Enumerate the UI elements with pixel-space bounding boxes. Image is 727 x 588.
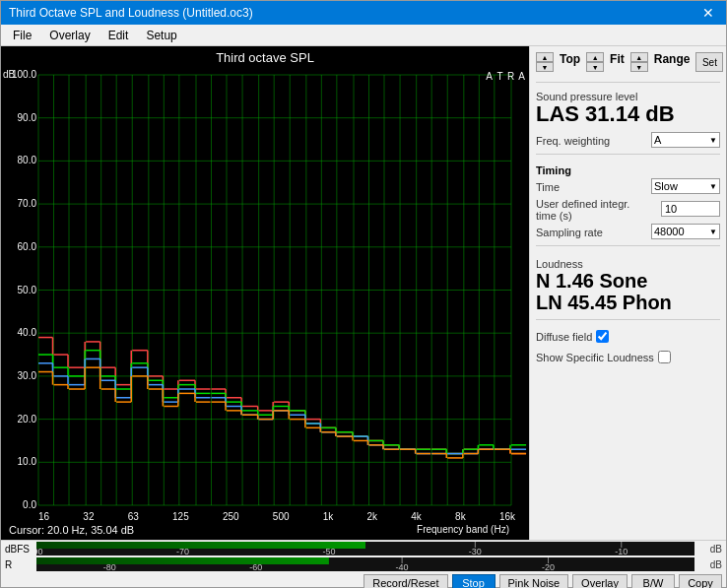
cursor-info: Cursor: 20.0 Hz, 35.04 dB [5, 522, 138, 538]
freq-weighting-combo[interactable]: A ▼ [651, 132, 720, 148]
window-title: Third Octave SPL and Loudness (Untitled.… [9, 6, 253, 20]
meter-row-r: R dB [1, 556, 726, 572]
right-panel: ▲ ▼ Top ▲ ▼ Fit ▲ ▼ Range Set Sound [529, 46, 726, 540]
range-down-btn[interactable]: ▼ [630, 62, 648, 72]
spl-section: Sound pressure level LAS 31.14 dB [536, 89, 720, 126]
meter-r-container [36, 557, 694, 571]
fit-label: Fit [610, 52, 625, 72]
set-button[interactable]: Set [695, 52, 723, 72]
meter-l-canvas [36, 542, 694, 555]
record-reset-button[interactable]: Record/Reset [364, 574, 447, 588]
menu-edit[interactable]: Edit [100, 27, 137, 44]
title-bar: Third Octave SPL and Loudness (Untitled.… [1, 1, 726, 25]
timing-title: Timing [536, 164, 720, 176]
user-defined-row: User defined integr. time (s) [536, 196, 720, 222]
separator-2 [536, 154, 720, 155]
user-defined-label: User defined integr. time (s) [536, 198, 634, 222]
meter-r-label: R [5, 559, 33, 570]
chart-wrapper: dB ARTA [1, 67, 529, 511]
diffuse-field-checkbox[interactable] [596, 330, 609, 343]
separator-1 [536, 82, 720, 83]
meter-dbfs-container [36, 542, 694, 555]
main-content: Third octave SPL dB ARTA 16 32 63 125 25… [1, 46, 726, 540]
meter-dbfs-end: dB [698, 544, 722, 555]
show-specific-checkbox[interactable] [658, 351, 671, 363]
meter-r-end: dB [698, 559, 722, 570]
user-defined-input[interactable] [661, 201, 720, 217]
freq-weighting-value: A [654, 134, 661, 146]
meter-r-canvas [36, 557, 694, 571]
separator-4 [536, 319, 720, 320]
separator-3 [536, 245, 720, 246]
menu-overlay[interactable]: Overlay [41, 27, 98, 44]
y-axis-label: dB [3, 69, 15, 80]
x-axis-area: 16 32 63 125 250 500 1k 2k 4k 8k 16k Cur… [1, 511, 529, 540]
range-spin-group: ▲ ▼ [630, 52, 648, 72]
loudness-label: Loudness [536, 258, 720, 270]
main-window: Third Octave SPL and Loudness (Untitled.… [0, 0, 727, 588]
button-row: Record/Reset Stop Pink Noise Overlay B/W… [1, 572, 726, 588]
arta-label: ARTA [484, 71, 527, 84]
timing-section: Timing Time Slow ▼ User defined integr. … [536, 161, 720, 239]
freq-weighting-row: Freq. weighting A ▼ [536, 132, 720, 148]
sampling-rate-row: Sampling rate 48000 ▼ [536, 224, 720, 239]
sampling-rate-arrow: ▼ [709, 228, 717, 236]
sampling-rate-label: Sampling rate [536, 227, 603, 238]
time-row: Time Slow ▼ [536, 178, 720, 194]
fit-down-btn[interactable]: ▼ [586, 62, 604, 72]
range-label: Range [654, 52, 691, 72]
chart-title: Third octave SPL [1, 46, 529, 67]
menu-setup[interactable]: Setup [138, 27, 184, 44]
time-label: Time [536, 181, 560, 193]
overlay-button[interactable]: Overlay [572, 574, 628, 588]
spl-value: LAS 31.14 dB [536, 102, 720, 126]
top-up-btn[interactable]: ▲ [536, 52, 554, 62]
meter-dbfs-label: dBFS [5, 544, 33, 555]
x-ticks: 16 32 63 125 250 500 1k 2k 4k 8k 16k [1, 511, 529, 522]
bw-button[interactable]: B/W [631, 574, 675, 588]
top-controls: ▲ ▼ Top ▲ ▼ Fit ▲ ▼ Range Set [536, 52, 720, 72]
time-combo[interactable]: Slow ▼ [651, 178, 720, 194]
copy-button[interactable]: Copy [679, 574, 722, 588]
freq-weighting-label: Freq. weighting [536, 135, 610, 147]
x-axis-label: Frequency band (Hz) [417, 524, 525, 537]
chart-area: Third octave SPL dB ARTA 16 32 63 125 25… [1, 46, 529, 540]
time-value: Slow [654, 180, 678, 192]
pink-noise-button[interactable]: Pink Noise [499, 574, 569, 588]
range-up-btn[interactable]: ▲ [630, 52, 648, 62]
fit-up-btn[interactable]: ▲ [586, 52, 604, 62]
diffuse-field-label: Diffuse field [536, 331, 592, 343]
top-spin-group: ▲ ▼ [536, 52, 554, 72]
show-specific-label: Show Specific Loudness [536, 352, 654, 363]
diffuse-field-row: Diffuse field [536, 329, 720, 343]
sampling-rate-value: 48000 [654, 226, 685, 237]
bottom-bar: dBFS dB R dB Record/Reset Stop Pink Nois… [1, 540, 726, 587]
top-label: Top [560, 52, 580, 72]
menu-bar: File Overlay Edit Setup [1, 25, 726, 46]
show-specific-row: Show Specific Loudness [536, 350, 720, 363]
loudness-n-value: N 1.46 Sone [536, 270, 720, 292]
fit-spin-group: ▲ ▼ [586, 52, 604, 72]
loudness-section: Loudness N 1.46 Sone LN 45.45 Phon [536, 256, 720, 313]
loudness-ln-value: LN 45.45 Phon [536, 292, 720, 313]
time-arrow: ▼ [709, 182, 717, 191]
freq-weighting-arrow: ▼ [709, 136, 717, 145]
top-down-btn[interactable]: ▼ [536, 62, 554, 72]
meter-row-dbfs: dBFS dB [1, 541, 726, 556]
menu-file[interactable]: File [5, 27, 39, 44]
stop-button[interactable]: Stop [452, 574, 496, 588]
chart-canvas[interactable] [1, 67, 529, 511]
close-button[interactable]: ✕ [698, 5, 718, 21]
sampling-rate-combo[interactable]: 48000 ▼ [651, 224, 720, 239]
